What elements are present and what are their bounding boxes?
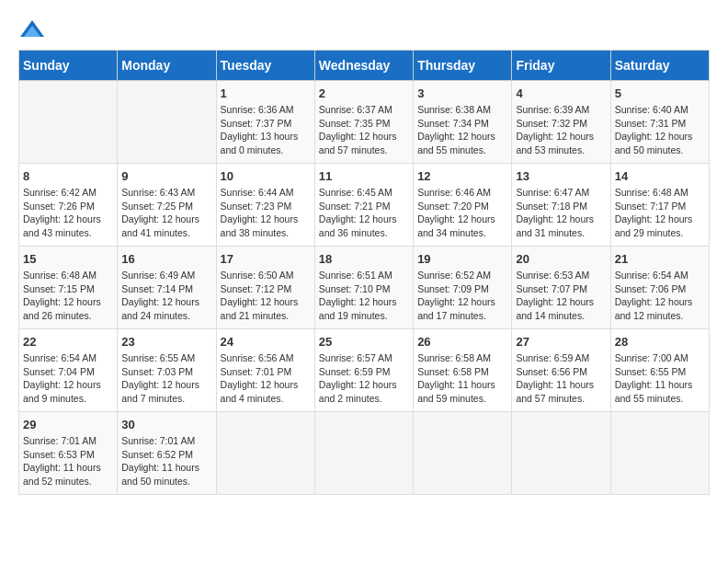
calendar-cell: 14Sunrise: 6:48 AM Sunset: 7:17 PM Dayli… — [610, 164, 709, 247]
calendar-cell — [19, 81, 118, 164]
day-info: Sunrise: 6:49 AM Sunset: 7:14 PM Dayligh… — [121, 269, 211, 323]
day-number: 28 — [615, 335, 705, 349]
calendar-cell: 10Sunrise: 6:44 AM Sunset: 7:23 PM Dayli… — [216, 164, 314, 247]
day-info: Sunrise: 6:53 AM Sunset: 7:07 PM Dayligh… — [516, 269, 606, 323]
day-info: Sunrise: 6:44 AM Sunset: 7:23 PM Dayligh… — [221, 186, 311, 240]
weekday-header-friday: Friday — [512, 51, 610, 81]
calendar-cell: 4Sunrise: 6:39 AM Sunset: 7:32 PM Daylig… — [512, 81, 610, 164]
calendar-week-row: 22Sunrise: 6:54 AM Sunset: 7:04 PM Dayli… — [19, 329, 710, 412]
logo — [18, 18, 50, 40]
weekday-header-sunday: Sunday — [19, 51, 118, 81]
day-info: Sunrise: 6:51 AM Sunset: 7:10 PM Dayligh… — [319, 269, 409, 323]
day-number: 11 — [319, 169, 409, 183]
calendar-cell: 24Sunrise: 6:56 AM Sunset: 7:01 PM Dayli… — [216, 329, 314, 412]
calendar-cell: 26Sunrise: 6:58 AM Sunset: 6:58 PM Dayli… — [414, 329, 512, 412]
calendar-cell: 23Sunrise: 6:55 AM Sunset: 7:03 PM Dayli… — [118, 329, 216, 412]
day-number: 27 — [516, 335, 606, 349]
weekday-header-tuesday: Tuesday — [216, 51, 314, 81]
day-number: 4 — [516, 86, 606, 100]
calendar-cell: 30Sunrise: 7:01 AM Sunset: 6:52 PM Dayli… — [118, 412, 216, 495]
day-info: Sunrise: 6:38 AM Sunset: 7:34 PM Dayligh… — [417, 103, 507, 157]
day-number: 19 — [417, 252, 507, 266]
calendar-cell: 1Sunrise: 6:36 AM Sunset: 7:37 PM Daylig… — [216, 81, 314, 164]
weekday-header-monday: Monday — [118, 51, 216, 81]
day-info: Sunrise: 6:48 AM Sunset: 7:17 PM Dayligh… — [615, 186, 705, 240]
calendar-cell: 3Sunrise: 6:38 AM Sunset: 7:34 PM Daylig… — [414, 81, 512, 164]
day-number: 1 — [221, 86, 311, 100]
day-number: 9 — [121, 169, 211, 183]
day-number: 3 — [417, 86, 507, 100]
calendar-cell: 5Sunrise: 6:40 AM Sunset: 7:31 PM Daylig… — [610, 81, 709, 164]
day-info: Sunrise: 6:48 AM Sunset: 7:15 PM Dayligh… — [23, 269, 113, 323]
day-info: Sunrise: 6:36 AM Sunset: 7:37 PM Dayligh… — [221, 103, 311, 157]
calendar-week-row: 1Sunrise: 6:36 AM Sunset: 7:37 PM Daylig… — [19, 81, 710, 164]
day-number: 17 — [221, 252, 311, 266]
day-info: Sunrise: 6:47 AM Sunset: 7:18 PM Dayligh… — [516, 186, 606, 240]
calendar-cell: 12Sunrise: 6:46 AM Sunset: 7:20 PM Dayli… — [414, 164, 512, 247]
day-number: 29 — [23, 418, 113, 431]
day-info: Sunrise: 6:39 AM Sunset: 7:32 PM Dayligh… — [516, 103, 606, 157]
day-info: Sunrise: 6:55 AM Sunset: 7:03 PM Dayligh… — [121, 351, 211, 406]
calendar-week-row: 29Sunrise: 7:01 AM Sunset: 6:53 PM Dayli… — [19, 412, 710, 495]
day-number: 5 — [615, 86, 705, 100]
calendar-cell — [610, 412, 709, 495]
weekday-header-wednesday: Wednesday — [314, 51, 413, 81]
day-number: 20 — [516, 252, 606, 266]
calendar-table: SundayMondayTuesdayWednesdayThursdayFrid… — [18, 50, 710, 495]
day-info: Sunrise: 6:59 AM Sunset: 6:56 PM Dayligh… — [516, 351, 606, 406]
calendar-cell — [414, 412, 512, 495]
calendar-cell: 22Sunrise: 6:54 AM Sunset: 7:04 PM Dayli… — [19, 329, 118, 412]
day-number: 30 — [121, 418, 211, 431]
page-header — [18, 18, 710, 40]
calendar-cell: 29Sunrise: 7:01 AM Sunset: 6:53 PM Dayli… — [19, 412, 118, 495]
day-info: Sunrise: 6:57 AM Sunset: 6:59 PM Dayligh… — [319, 351, 409, 406]
day-number: 12 — [417, 169, 507, 183]
calendar-cell: 18Sunrise: 6:51 AM Sunset: 7:10 PM Dayli… — [314, 247, 413, 329]
day-info: Sunrise: 6:46 AM Sunset: 7:20 PM Dayligh… — [417, 186, 507, 240]
day-info: Sunrise: 7:01 AM Sunset: 6:52 PM Dayligh… — [121, 434, 211, 488]
weekday-header-thursday: Thursday — [414, 51, 512, 81]
day-info: Sunrise: 6:50 AM Sunset: 7:12 PM Dayligh… — [221, 269, 311, 323]
weekday-header-saturday: Saturday — [610, 51, 709, 81]
calendar-cell — [118, 81, 216, 164]
day-info: Sunrise: 6:45 AM Sunset: 7:21 PM Dayligh… — [319, 186, 409, 240]
weekday-header-row: SundayMondayTuesdayWednesdayThursdayFrid… — [19, 51, 710, 81]
calendar-cell: 28Sunrise: 7:00 AM Sunset: 6:55 PM Dayli… — [610, 329, 709, 412]
day-number: 10 — [221, 169, 311, 183]
calendar-cell: 20Sunrise: 6:53 AM Sunset: 7:07 PM Dayli… — [512, 247, 610, 329]
calendar-cell: 11Sunrise: 6:45 AM Sunset: 7:21 PM Dayli… — [314, 164, 413, 247]
day-number: 26 — [417, 335, 507, 349]
day-number: 25 — [319, 335, 409, 349]
calendar-cell: 9Sunrise: 6:43 AM Sunset: 7:25 PM Daylig… — [118, 164, 216, 247]
day-info: Sunrise: 6:42 AM Sunset: 7:26 PM Dayligh… — [23, 186, 113, 240]
day-info: Sunrise: 6:58 AM Sunset: 6:58 PM Dayligh… — [417, 351, 507, 406]
calendar-week-row: 8Sunrise: 6:42 AM Sunset: 7:26 PM Daylig… — [19, 164, 710, 247]
day-number: 8 — [23, 169, 113, 183]
calendar-cell — [512, 412, 610, 495]
day-info: Sunrise: 6:54 AM Sunset: 7:06 PM Dayligh… — [615, 269, 705, 323]
calendar-cell: 25Sunrise: 6:57 AM Sunset: 6:59 PM Dayli… — [314, 329, 413, 412]
calendar-cell: 19Sunrise: 6:52 AM Sunset: 7:09 PM Dayli… — [414, 247, 512, 329]
calendar-cell: 8Sunrise: 6:42 AM Sunset: 7:26 PM Daylig… — [19, 164, 118, 247]
calendar-cell: 2Sunrise: 6:37 AM Sunset: 7:35 PM Daylig… — [314, 81, 413, 164]
day-number: 24 — [221, 335, 311, 349]
calendar-cell: 17Sunrise: 6:50 AM Sunset: 7:12 PM Dayli… — [216, 247, 314, 329]
calendar-week-row: 15Sunrise: 6:48 AM Sunset: 7:15 PM Dayli… — [19, 247, 710, 329]
calendar-cell — [216, 412, 314, 495]
day-info: Sunrise: 6:40 AM Sunset: 7:31 PM Dayligh… — [615, 103, 705, 157]
day-number: 15 — [23, 252, 113, 266]
day-number: 22 — [23, 335, 113, 349]
day-info: Sunrise: 6:54 AM Sunset: 7:04 PM Dayligh… — [23, 351, 113, 406]
day-number: 23 — [121, 335, 211, 349]
day-number: 13 — [516, 169, 606, 183]
day-number: 18 — [319, 252, 409, 266]
day-info: Sunrise: 6:52 AM Sunset: 7:09 PM Dayligh… — [417, 269, 507, 323]
day-info: Sunrise: 6:43 AM Sunset: 7:25 PM Dayligh… — [121, 186, 211, 240]
day-number: 2 — [319, 86, 409, 100]
calendar-cell: 13Sunrise: 6:47 AM Sunset: 7:18 PM Dayli… — [512, 164, 610, 247]
day-info: Sunrise: 6:56 AM Sunset: 7:01 PM Dayligh… — [221, 351, 311, 406]
logo-icon — [18, 18, 46, 40]
calendar-cell — [314, 412, 413, 495]
day-number: 21 — [615, 252, 705, 266]
day-number: 16 — [121, 252, 211, 266]
